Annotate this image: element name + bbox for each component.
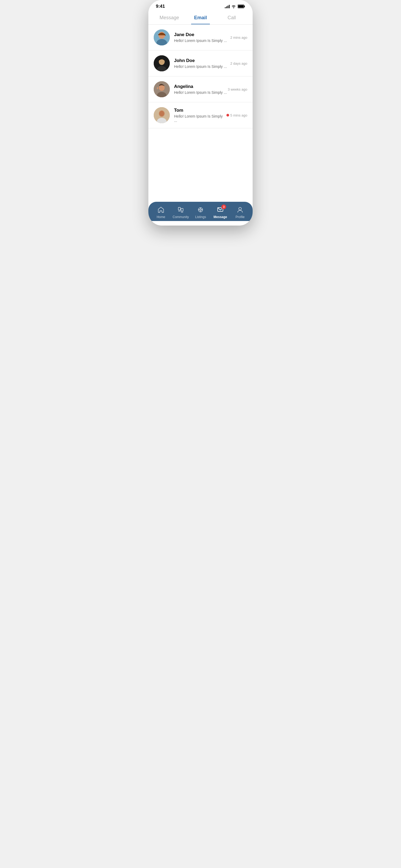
message-meta: 3 weeks ago — [228, 87, 247, 91]
home-indicator — [183, 223, 218, 224]
message-content: Angelina Hello! Lorem Ipsum Is Simply ..… — [174, 84, 228, 95]
avatar — [154, 81, 170, 97]
message-preview: Hello! Lorem Ipsum Is Simply ... — [174, 64, 230, 69]
message-icon: 3 — [217, 206, 224, 214]
wifi-icon — [231, 4, 236, 8]
message-preview: Hello! Lorem Ipsum Is Simply ... — [174, 114, 226, 123]
svg-rect-2 — [238, 5, 244, 8]
sender-name: Tom — [174, 108, 226, 113]
message-meta: 2 mins ago — [230, 35, 247, 39]
tab-message[interactable]: Message — [154, 15, 185, 24]
nav-item-message[interactable]: 3 Message — [212, 206, 228, 219]
svg-rect-18 — [178, 207, 181, 210]
list-item[interactable]: Tom Hello! Lorem Ipsum Is Simply ... 5 m… — [148, 102, 253, 128]
svg-point-29 — [239, 207, 241, 210]
message-content: John Doe Hello! Lorem Ipsum Is Simply ..… — [174, 58, 230, 69]
sender-name: Angelina — [174, 84, 228, 89]
message-meta: 2 days ago — [230, 61, 247, 65]
bottom-nav: Home Community — [148, 202, 253, 221]
battery-icon — [238, 4, 245, 8]
message-badge: 3 — [221, 205, 226, 209]
nav-item-profile[interactable]: Profile — [232, 206, 248, 219]
list-item[interactable]: Jane Doe Hello! Lorem Ipsum Is Simply ..… — [148, 25, 253, 51]
message-content: Jane Doe Hello! Lorem Ipsum Is Simply ..… — [174, 32, 230, 43]
svg-rect-1 — [244, 6, 245, 7]
home-icon — [157, 206, 165, 214]
message-list: Jane Doe Hello! Lorem Ipsum Is Simply ..… — [148, 25, 253, 165]
unread-indicator: 5 mins ago — [226, 113, 247, 117]
nav-item-listings[interactable]: Listings — [192, 206, 209, 219]
message-preview: Hello! Lorem Ipsum Is Simply ... — [174, 90, 228, 95]
nav-label-community: Community — [173, 215, 189, 219]
nav-item-community[interactable]: Community — [173, 206, 189, 219]
sender-name: John Doe — [174, 58, 230, 63]
status-icons — [225, 4, 245, 8]
status-bar: 9:41 — [148, 0, 253, 11]
message-preview: Hello! Lorem Ipsum Is Simply ... — [174, 38, 230, 43]
status-time: 9:41 — [156, 4, 165, 9]
svg-point-23 — [200, 209, 201, 211]
nav-label-message: Message — [214, 215, 227, 219]
avatar — [154, 107, 170, 123]
phone-frame: 9:41 Message Email Call — [148, 0, 253, 225]
sender-name: Jane Doe — [174, 32, 230, 37]
profile-icon — [236, 206, 244, 214]
nav-label-listings: Listings — [195, 215, 206, 219]
message-content: Tom Hello! Lorem Ipsum Is Simply ... — [174, 108, 226, 123]
tab-email[interactable]: Email — [185, 15, 216, 24]
svg-rect-19 — [181, 209, 183, 211]
nav-label-profile: Profile — [236, 215, 245, 219]
empty-area — [148, 165, 253, 202]
signal-icon — [225, 4, 229, 8]
list-item[interactable]: John Doe Hello! Lorem Ipsum Is Simply ..… — [148, 51, 253, 76]
svg-rect-13 — [157, 87, 158, 89]
avatar — [154, 55, 170, 71]
avatar — [154, 29, 170, 45]
community-icon — [177, 206, 184, 214]
message-time: 2 days ago — [230, 61, 247, 65]
svg-point-17 — [159, 111, 164, 116]
tab-call[interactable]: Call — [216, 15, 247, 24]
top-tab-bar: Message Email Call — [148, 11, 253, 25]
message-time: 2 mins ago — [230, 35, 247, 39]
unread-dot — [226, 114, 229, 117]
message-meta: 5 mins ago — [226, 113, 247, 117]
message-time: 5 mins ago — [230, 113, 247, 117]
list-item[interactable]: Angelina Hello! Lorem Ipsum Is Simply ..… — [148, 76, 253, 102]
message-time: 3 weeks ago — [228, 87, 247, 91]
listings-icon — [197, 206, 204, 214]
nav-label-home: Home — [157, 215, 165, 219]
nav-item-home[interactable]: Home — [153, 206, 169, 219]
